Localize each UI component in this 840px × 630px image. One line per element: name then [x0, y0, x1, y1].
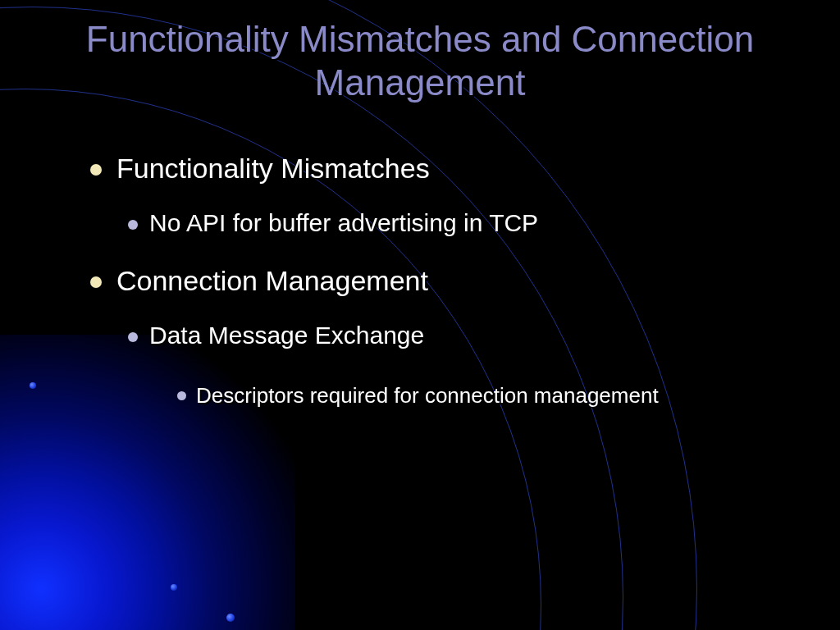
bullet-text: Descriptors required for connection mana… [196, 377, 659, 415]
list-item: Functionality Mismatches [90, 153, 791, 185]
slide-title: Functionality Mismatches and Connection … [49, 18, 791, 105]
bullet-icon [177, 391, 186, 400]
list-item: Connection Management [90, 265, 791, 297]
list-item: Data Message Exchange [128, 322, 791, 349]
bullet-icon [90, 276, 102, 288]
bullet-text: Data Message Exchange [149, 322, 424, 349]
bullet-text: Connection Management [116, 265, 428, 297]
bullet-icon [90, 164, 102, 176]
bullet-icon [128, 332, 138, 342]
slide-content: Functionality Mismatches No API for buff… [49, 153, 791, 415]
bullet-icon [128, 220, 138, 230]
list-item: Descriptors required for connection mana… [177, 377, 702, 415]
slide: Functionality Mismatches and Connection … [0, 0, 840, 630]
bullet-text: Functionality Mismatches [116, 153, 430, 185]
bullet-text: No API for buffer advertising in TCP [149, 209, 538, 237]
list-item: No API for buffer advertising in TCP [128, 209, 791, 237]
